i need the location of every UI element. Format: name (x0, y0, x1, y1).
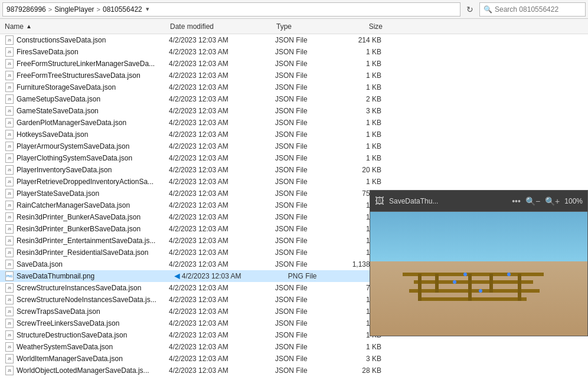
file-date: 4/2/2023 12:03 AM (169, 343, 275, 351)
png-file-icon: PNG (5, 271, 14, 281)
file-type: JSON File (275, 142, 334, 150)
preview-panel: 🖼 SaveDataThu... ••• 🔍− 🔍+ 100% (370, 190, 588, 336)
file-date: 4/2/2023 12:03 AM (169, 319, 275, 327)
file-date: 4/2/2023 12:03 AM (169, 237, 275, 245)
table-row[interactable]: JSFiresSaveData.json4/2/2023 12:03 AMJSO… (0, 46, 588, 58)
zoom-level: 100% (564, 197, 583, 205)
table-row[interactable]: JSGameSetupSaveData.json4/2/2023 12:03 A… (0, 93, 588, 105)
file-type: JSON File (275, 248, 334, 257)
col-header-date[interactable]: Date modified (170, 22, 276, 31)
table-row[interactable]: JSGardenPlotManagerSaveData.json4/2/2023… (0, 117, 588, 129)
table-row[interactable]: JSWeatherSystemSaveData.json4/2/2023 12:… (0, 341, 588, 353)
file-date: 4/2/2023 12:03 AM (169, 166, 275, 174)
file-date: 4/2/2023 12:03 AM (169, 154, 275, 162)
table-row[interactable]: JSWorldItemManagerSaveData.json4/2/2023 … (0, 353, 588, 365)
file-type: JSON File (275, 213, 334, 221)
table-row[interactable]: JSHotkeysSaveData.json4/2/2023 12:03 AMJ… (0, 129, 588, 140)
file-type: JSON File (275, 366, 334, 375)
table-row[interactable]: JSFreeFormStructureLinkerManagerSaveDa..… (0, 58, 588, 70)
json-file-icon: JS (5, 248, 14, 257)
file-name: RainCatcherManagerSaveData.json (17, 201, 169, 209)
file-date: 4/2/2023 12:03 AM (169, 71, 275, 80)
file-date: 4/2/2023 12:03 AM (169, 178, 275, 186)
file-type: JSON File (275, 284, 334, 292)
file-size: 3 KB (334, 355, 381, 363)
json-file-icon: JS (5, 59, 14, 68)
zoom-in-button[interactable]: 🔍+ (545, 196, 560, 206)
file-size: 1 KB (334, 343, 381, 351)
search-icon: 🔍 (484, 5, 492, 14)
file-name: StructureDestructionSaveData.json (17, 331, 169, 339)
preview-header: 🖼 SaveDataThu... ••• 🔍− 🔍+ 100% (370, 191, 587, 212)
col-header-type[interactable]: Type (276, 22, 335, 31)
file-name: ScrewStructureNodeInstancesSaveData.js..… (17, 296, 169, 304)
file-date: 4/2/2023 12:03 AM (169, 248, 275, 257)
breadcrumb-sep1: > (48, 6, 52, 13)
json-file-icon: JS (5, 153, 14, 163)
file-name: ConstructionsSaveData.json (17, 36, 169, 44)
preview-more-button[interactable]: ••• (512, 196, 521, 206)
json-file-icon: JS (5, 212, 14, 222)
file-name: Resin3dPrinter_ResidentialSaveData.json (17, 248, 169, 257)
file-name: FreeFormTreeStructuresSaveData.json (17, 71, 169, 80)
table-row[interactable]: JSWorldObjectLootedManagerSaveData.js...… (0, 365, 588, 376)
table-row[interactable]: JSPlayerClothingSystemSaveData.json4/2/2… (0, 152, 588, 164)
file-name: GardenPlotManagerSaveData.json (17, 119, 169, 127)
breadcrumb-chevron-icon: ▾ (146, 5, 149, 13)
file-date: 4/2/2023 12:03 AM (169, 36, 275, 44)
breadcrumb-part3: 0810556422 (103, 5, 142, 14)
preview-image-area (370, 212, 587, 336)
table-row[interactable]: JSPlayerRetrieveDroppedInventoryActionSa… (0, 176, 588, 188)
file-type: JSON File (275, 154, 334, 162)
table-row[interactable]: JSConstructionsSaveData.json4/2/2023 12:… (0, 34, 588, 46)
col-header-size[interactable]: Size (335, 22, 383, 31)
file-type: JSON File (275, 60, 334, 68)
json-file-icon: JS (5, 35, 14, 45)
json-file-icon: JS (5, 236, 14, 245)
breadcrumb-part1: 9879286996 (6, 5, 46, 14)
json-file-icon: JS (5, 47, 14, 57)
file-type: JSON File (275, 331, 334, 339)
table-row[interactable]: JSFreeFormTreeStructuresSaveData.json4/2… (0, 70, 588, 81)
search-input[interactable] (495, 5, 577, 14)
file-date: 4/2/2023 12:03 AM (169, 48, 275, 56)
file-date: 4/2/2023 12:03 AM (169, 142, 275, 150)
file-type: JSON File (275, 130, 334, 139)
column-headers: Name ▲ Date modified Type Size (0, 19, 588, 34)
table-row[interactable]: JSPlayerArmourSystemSaveData.json4/2/202… (0, 140, 588, 152)
file-name: GameStateSaveData.json (17, 107, 169, 115)
file-size: 2 KB (334, 95, 381, 103)
file-name: WeatherSystemSaveData.json (17, 343, 169, 351)
json-file-icon: JS (5, 165, 14, 175)
file-date: 4/2/2023 12:03 AM (169, 284, 275, 292)
file-type: JSON File (275, 119, 334, 127)
file-name: FiresSaveData.json (17, 48, 169, 56)
refresh-button[interactable]: ↻ (463, 2, 477, 17)
file-name: PlayerStateSaveData.json (17, 189, 169, 198)
json-file-icon: JS (5, 319, 14, 328)
file-type: JSON File (275, 178, 334, 186)
json-file-icon: JS (5, 295, 14, 304)
file-date: 4/2/2023 12:03 AM (169, 130, 275, 139)
file-date: 4/2/2023 12:03 AM (182, 272, 288, 280)
file-type: JSON File (275, 225, 334, 233)
file-type: JSON File (275, 201, 334, 209)
json-file-icon: JS (5, 283, 14, 293)
file-name: PlayerArmourSystemSaveData.json (17, 142, 169, 150)
json-file-icon: JS (5, 224, 14, 234)
file-type: JSON File (275, 307, 334, 316)
file-type: JSON File (275, 36, 334, 44)
zoom-out-button[interactable]: 🔍− (525, 196, 540, 206)
json-file-icon: JS (5, 142, 14, 151)
file-type: JSON File (275, 95, 334, 103)
table-row[interactable]: JSGameStateSaveData.json4/2/2023 12:03 A… (0, 105, 588, 117)
file-date: 4/2/2023 12:03 AM (169, 95, 275, 103)
col-header-name[interactable]: Name ▲ (5, 22, 170, 31)
breadcrumb[interactable]: 9879286996 > SinglePlayer > 0810556422 ▾ (2, 2, 460, 17)
file-size: 20 KB (334, 166, 381, 174)
table-row[interactable]: JSFurnitureStorageSaveData.json4/2/2023 … (0, 81, 588, 93)
game-screenshot (370, 212, 587, 336)
search-box[interactable]: 🔍 (479, 2, 586, 17)
table-row[interactable]: JSPlayerInventorySaveData.json4/2/2023 1… (0, 164, 588, 176)
file-type: JSON File (275, 260, 334, 268)
